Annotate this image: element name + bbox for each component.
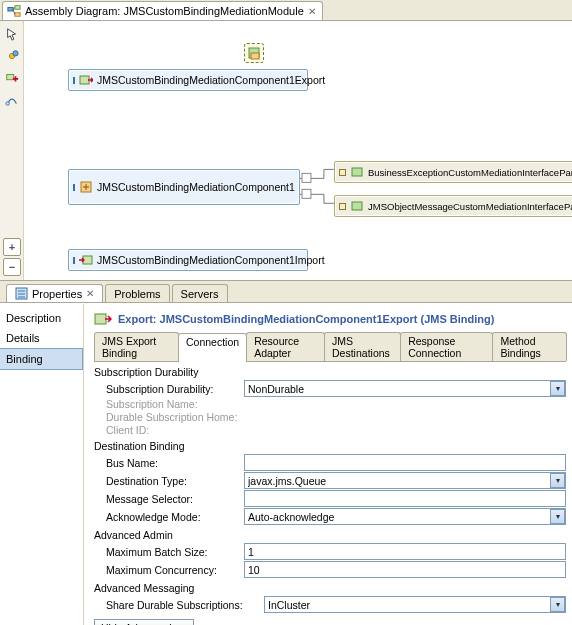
svg-rect-17 [352, 168, 362, 176]
svg-rect-1 [15, 6, 20, 10]
zoom-out-button[interactable]: − [3, 258, 21, 276]
marquee-tool[interactable] [3, 47, 21, 65]
left-tab-binding[interactable]: Binding [0, 348, 83, 370]
field-share-durable: Share Durable Subscriptions: ▾ [94, 596, 566, 613]
label: Acknowledge Mode: [94, 511, 244, 523]
field-client-id: Client ID: [94, 424, 566, 436]
label: Share Durable Subscriptions: [94, 599, 264, 611]
field-max-concurrency: Maximum Concurrency: [94, 561, 566, 578]
subtab-response-connection[interactable]: Response Connection [400, 332, 493, 361]
svg-point-6 [12, 51, 17, 56]
field-subscription-durability: Subscription Durability: ▾ [94, 380, 566, 397]
tab-servers[interactable]: Servers [172, 284, 228, 302]
port-icon [339, 169, 346, 176]
export-icon [94, 310, 112, 328]
properties-icon [15, 287, 28, 300]
svg-rect-14 [251, 53, 259, 59]
close-icon[interactable]: ✕ [86, 288, 94, 299]
svg-line-4 [13, 9, 15, 14]
close-icon[interactable]: ✕ [308, 6, 316, 17]
field-message-selector: Message Selector: [94, 490, 566, 507]
connect-tool[interactable] [3, 91, 21, 109]
chevron-down-icon[interactable]: ▾ [550, 473, 565, 488]
export-icon [79, 73, 93, 87]
port-icon [73, 257, 75, 264]
pointer-tool[interactable] [3, 25, 21, 43]
node-label: JMSCustomBindingMediationComponent1Expor… [97, 74, 325, 86]
label: Subscription Durability: [94, 383, 244, 395]
section-destination-binding: Destination Binding [94, 440, 566, 452]
hide-advanced-button[interactable]: Hide Advanced << [94, 619, 194, 625]
mediation-icon [79, 180, 93, 194]
subtab-jms-destinations[interactable]: JMS Destinations [324, 332, 401, 361]
field-subscription-name: Subscription Name: [94, 398, 566, 410]
left-tab-details[interactable]: Details [0, 328, 83, 348]
subtab-resource-adapter[interactable]: Resource Adapter [246, 332, 325, 361]
chevron-down-icon[interactable]: ▾ [550, 381, 565, 396]
svg-rect-11 [302, 173, 311, 182]
label: Message Selector: [94, 493, 244, 505]
svg-rect-15 [80, 76, 89, 84]
node-export[interactable]: JMSCustomBindingMediationComponent1Expor… [68, 69, 308, 91]
node-partner-2[interactable]: JMSObjectMessageCustomMediationInterface… [334, 195, 572, 217]
port-icon [339, 203, 346, 210]
zoom-controls: + − [3, 238, 21, 276]
share-durable-combo[interactable] [264, 596, 566, 613]
node-partner-1[interactable]: BusinessExceptionCustomMediationInterfac… [334, 161, 572, 183]
acknowledge-mode-combo[interactable] [244, 508, 566, 525]
node-mediation[interactable]: JMSCustomBindingMediationComponent1 [68, 169, 300, 205]
label: Bus Name: [94, 457, 244, 469]
view-tab-bar: Properties ✕ Problems Servers [0, 281, 572, 303]
section-advanced-messaging: Advanced Messaging [94, 582, 566, 594]
properties-left-tabs: Description Details Binding [0, 304, 84, 625]
svg-rect-0 [8, 8, 13, 12]
diagram-canvas[interactable]: JMSCustomBindingMediationComponent1Expor… [24, 21, 572, 280]
field-acknowledge-mode: Acknowledge Mode: ▾ [94, 508, 566, 525]
section-advanced-admin: Advanced Admin [94, 529, 566, 541]
label: Durable Subscription Home: [94, 411, 244, 423]
editor-tab-bar: Assembly Diagram: JMSCustomBindingMediat… [0, 0, 572, 21]
bus-name-input[interactable] [244, 454, 566, 471]
field-max-batch: Maximum Batch Size: [94, 543, 566, 560]
label: Subscription Name: [94, 398, 244, 410]
svg-rect-18 [352, 202, 362, 210]
wires [24, 21, 572, 280]
subtab-connection[interactable]: Connection [178, 333, 247, 362]
subscription-durability-combo[interactable] [244, 380, 566, 397]
zoom-in-button[interactable]: + [3, 238, 21, 256]
chevron-down-icon[interactable]: ▾ [550, 597, 565, 612]
subtab-export-binding[interactable]: JMS Export Binding [94, 332, 179, 361]
svg-rect-7 [6, 75, 13, 80]
svg-rect-2 [15, 13, 20, 17]
assembly-diagram-area: + − JMSCustomBindingMediationComponent1E… [0, 21, 572, 281]
chevron-down-icon[interactable]: ▾ [550, 509, 565, 524]
tab-problems[interactable]: Problems [105, 284, 169, 302]
node-label: BusinessExceptionCustomMediationInterfac… [368, 167, 572, 178]
label: Maximum Batch Size: [94, 546, 244, 558]
label: Maximum Concurrency: [94, 564, 244, 576]
label: Destination Type: [94, 475, 244, 487]
max-concurrency-input[interactable] [244, 561, 566, 578]
add-tool[interactable] [3, 69, 21, 87]
editor-tab-title: Assembly Diagram: JMSCustomBindingMediat… [25, 5, 304, 17]
diagram-icon [7, 4, 21, 18]
field-durable-home: Durable Subscription Home: [94, 411, 566, 423]
editor-tab-assembly-diagram[interactable]: Assembly Diagram: JMSCustomBindingMediat… [2, 1, 323, 20]
tab-label: Servers [181, 288, 219, 300]
tab-label: Properties [32, 288, 82, 300]
message-selector-input[interactable] [244, 490, 566, 507]
max-batch-input[interactable] [244, 543, 566, 560]
node-import[interactable]: JMSCustomBindingMediationComponent1Impor… [68, 249, 308, 271]
tab-label: Problems [114, 288, 160, 300]
properties-heading: Export: JMSCustomBindingMediationCompone… [94, 308, 566, 332]
properties-content: Export: JMSCustomBindingMediationCompone… [84, 304, 572, 625]
field-bus-name: Bus Name: [94, 454, 566, 471]
port-icon [73, 184, 75, 191]
tab-properties[interactable]: Properties ✕ [6, 284, 103, 302]
node-label: JMSObjectMessageCustomMediationInterface… [368, 201, 572, 212]
left-tab-description[interactable]: Description [0, 308, 83, 328]
subtab-method-bindings[interactable]: Method Bindings [492, 332, 567, 361]
destination-type-combo[interactable] [244, 472, 566, 489]
selection-marker [244, 43, 264, 63]
field-destination-type: Destination Type: ▾ [94, 472, 566, 489]
